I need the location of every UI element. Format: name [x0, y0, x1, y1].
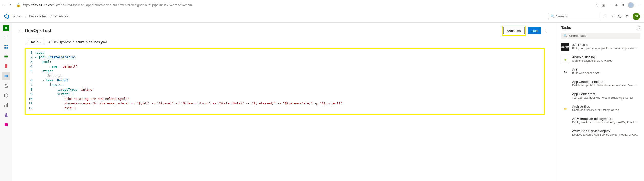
code-line[interactable]: pool: — [35, 60, 543, 64]
filename: azure-pipelines.yml — [76, 40, 107, 44]
task-item[interactable]: ◈App Center testTest app packages with V… — [557, 90, 644, 102]
task-icon: ◈ — [561, 92, 569, 100]
browser-profile[interactable] — [628, 2, 634, 8]
back-arrow[interactable]: ← — [18, 29, 22, 33]
svg-rect-8 — [6, 104, 6, 107]
code-line[interactable]: - job: CreateFolderJob — [35, 55, 543, 60]
task-item[interactable]: ◆Azure App Service deployDeploys to Azur… — [557, 127, 644, 139]
breadcrumb-org[interactable]: jcfdeb — [13, 14, 22, 18]
code-line[interactable]: targetType: 'inline' — [35, 87, 543, 92]
breadcrumb-section[interactable]: Pipelines — [55, 14, 68, 18]
task-item[interactable]: 🐜AntBuild with Apache Ant — [557, 65, 644, 78]
task-list: dotnet.NET CoreBuild, test, package, or … — [557, 41, 644, 181]
nav-pipelines[interactable] — [2, 72, 10, 80]
browser-bar: ← ⟳ 🔒 https://dev.azure.com/jcfdeb/DevOp… — [0, 0, 644, 10]
tasks-panel: Tasks ⛶ 🔍 dotnet.NET CoreBuild, test, pa… — [557, 23, 644, 181]
chevron-down-icon: ▾ — [40, 41, 41, 43]
breadcrumb: jcfdeb / DevOpsTest / Pipelines — [13, 14, 68, 18]
task-name: ARM template deployment — [572, 117, 640, 121]
browser-menu-icon[interactable]: ⋯ — [638, 3, 641, 7]
task-item[interactable]: 📁Archive filesCompress files into .7z, .… — [557, 102, 644, 115]
fullscreen-icon[interactable]: ⛶ — [636, 26, 640, 30]
code-line[interactable]: - task: Bash@3 — [35, 78, 543, 83]
svg-rect-4 — [4, 55, 8, 55]
task-name: Archive files — [572, 104, 640, 108]
file-path: ◈ DevOpsTest / azure-pipelines.yml — [48, 40, 107, 44]
task-name: App Center distribute — [572, 80, 640, 84]
task-search[interactable]: 🔍 — [561, 33, 640, 39]
filter-icon[interactable]: ☰ — [604, 14, 607, 18]
task-desc: Build with Apache Ant — [572, 71, 640, 74]
reload-icon[interactable]: ⟳ — [8, 3, 11, 7]
task-icon: ▦ — [561, 117, 569, 125]
code-line[interactable]: Settings — [35, 73, 543, 78]
collections-icon[interactable]: ▣ — [602, 3, 605, 7]
back-icon[interactable]: ← — [3, 3, 6, 7]
code-line[interactable]: script: | — [35, 92, 543, 97]
code-line[interactable]: exit 0 — [35, 106, 543, 110]
run-button[interactable]: Run — [528, 27, 541, 34]
search-icon: 🔍 — [563, 34, 567, 38]
nav-testplans[interactable] — [2, 82, 10, 90]
task-desc: Distribute app builds to testers and use… — [572, 84, 640, 87]
task-desc: Test app packages with Visual Studio App… — [572, 96, 640, 99]
task-item[interactable]: dotnet.NET CoreBuild, test, package, or … — [557, 41, 644, 53]
addfav-icon[interactable]: ✧ — [609, 3, 611, 7]
task-item[interactable]: ◆Android signingSign and align Android A… — [557, 53, 644, 65]
marketplace-icon[interactable]: 🛍 — [611, 14, 614, 18]
yaml-editor[interactable]: 123456789101112 jobs:- job: CreateFolder… — [27, 50, 543, 110]
nav-ext1[interactable] — [2, 111, 10, 119]
svg-rect-2 — [4, 47, 6, 49]
code-line[interactable]: inputs: — [35, 83, 543, 87]
address-bar[interactable]: 🔒 https://dev.azure.com/jcfdeb/DevOpsTes… — [14, 2, 592, 8]
help-icon[interactable]: ⓘ — [618, 14, 621, 19]
nav-boards[interactable] — [2, 52, 10, 61]
task-name: Android signing — [572, 55, 640, 59]
task-icon: ◆ — [561, 55, 569, 63]
azure-devops-logo[interactable] — [4, 14, 9, 19]
puzzle-icon[interactable]: ✲ — [621, 3, 624, 7]
tasks-title: Tasks — [561, 26, 571, 30]
search-icon: 🔍 — [550, 14, 555, 18]
svg-rect-1 — [6, 45, 8, 46]
branch-name: main — [31, 40, 38, 44]
settings-icon[interactable]: ⚙ — [626, 14, 629, 18]
page-title: DevOpsTest — [25, 28, 52, 33]
task-icon: 📁 — [561, 104, 569, 113]
user-avatar[interactable]: JF — [633, 13, 640, 20]
variables-button[interactable]: Variables — [503, 27, 525, 34]
task-desc: Build, test, package, or publish a dotne… — [572, 47, 640, 50]
ado-header: jcfdeb / DevOpsTest / Pipelines 🔍 ☰ 🛍 ⓘ … — [0, 10, 644, 23]
task-desc: Deploy an Azure Resource Manager (ARM) t… — [572, 121, 640, 124]
search-input[interactable] — [556, 14, 599, 18]
nav-artifacts[interactable] — [2, 91, 10, 100]
svg-rect-5 — [4, 56, 8, 57]
global-search[interactable]: 🔍 — [548, 13, 599, 20]
svg-rect-10 — [5, 123, 8, 126]
add-icon[interactable]: + — [2, 33, 10, 41]
extension-icon[interactable]: ⊕ — [615, 3, 618, 7]
task-item[interactable]: ▦ARM template deploymentDeploy an Azure … — [557, 115, 644, 127]
code-line[interactable]: jobs: — [35, 50, 543, 55]
subheader: ᚴ main ▾ ◈ DevOpsTest / azure-pipelines.… — [12, 39, 557, 48]
code-line[interactable]: steps: — [35, 69, 543, 73]
task-icon: ◈ — [561, 80, 569, 88]
code-line[interactable]: echo "Stating the New Relese Cycle" — [35, 97, 543, 101]
task-desc: Sign and align Android APK files — [572, 59, 640, 62]
breadcrumb-project[interactable]: DevOpsTest — [29, 14, 47, 18]
code-line[interactable]: name: 'default' — [35, 64, 543, 69]
repo-link[interactable]: DevOpsTest — [53, 40, 71, 44]
left-sidebar: D + — [0, 23, 12, 181]
nav-repos[interactable] — [2, 62, 10, 70]
favorite-icon[interactable]: ☆ — [595, 3, 598, 7]
task-icon: dotnet — [561, 43, 569, 51]
code-line[interactable]: /home/azureuser/bin/release_code.sh -i "… — [35, 101, 543, 106]
more-menu-icon[interactable]: ⋮ — [543, 28, 551, 34]
task-item[interactable]: ◈App Center distributeDistribute app bui… — [557, 78, 644, 90]
task-search-input[interactable] — [569, 34, 638, 38]
branch-selector[interactable]: ᚴ main ▾ — [25, 39, 44, 45]
nav-ext2[interactable] — [2, 121, 10, 129]
project-tile[interactable]: D — [3, 25, 9, 31]
nav-analytics[interactable] — [2, 101, 10, 109]
nav-overview[interactable] — [2, 43, 10, 51]
